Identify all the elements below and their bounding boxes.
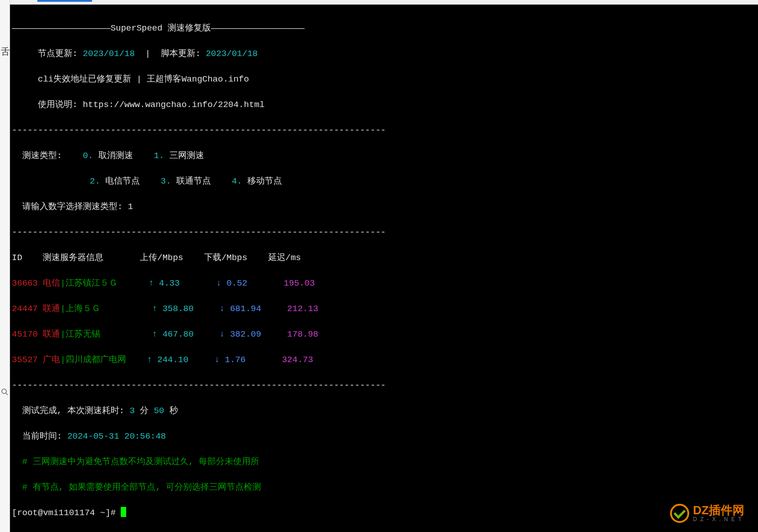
watermark-logo-icon (670, 504, 689, 523)
shell-prompt[interactable]: [root@vmi1101174 ~]# (10, 506, 758, 519)
table-row: 45170 联通|江苏无锡 ↑ 467.80 ↓ 382.09 178.98 (10, 328, 758, 341)
footer-time: 当前时间: 2024-05-31 20:56:48 (10, 430, 758, 443)
menu-line-1: 测速类型: 0. 取消测速 1. 三网测速 (10, 149, 758, 162)
divider-3: ----------------------------------------… (10, 379, 758, 392)
footer-note-2: # 有节点, 如果需要使用全部节点, 可分别选择三网节点检测 (10, 481, 758, 494)
header-update-line: 节点更新: 2023/01/18 | 脚本更新: 2023/01/18 (10, 47, 758, 60)
svg-line-1 (6, 393, 8, 395)
footer-complete: 测试完成, 本次测速耗时: 3 分 50 秒 (10, 404, 758, 417)
table-row: 24447 联通|上海５Ｇ ↑ 358.80 ↓ 681.94 212.13 (10, 302, 758, 315)
watermark-text: DZ插件网 (693, 504, 744, 516)
table-row: 35527 广电|四川成都广电网 ↑ 244.10 ↓ 1.76 324.73 (10, 353, 758, 366)
header-cli-line: cli失效地址已修复更新 | 王超博客WangChao.info (10, 73, 758, 86)
header-manual-line: 使用说明: https://www.wangchao.info/2204.htm… (10, 98, 758, 111)
top-bar (10, 0, 758, 5)
left-sidebar: 舌 (0, 0, 10, 532)
search-icon (1, 388, 8, 395)
watermark: DZ插件网 D Z - X . N E T (670, 504, 744, 523)
terminal-output[interactable]: ———————————————————SuperSpeed 测速修复版—————… (10, 5, 758, 532)
svg-point-0 (2, 389, 6, 394)
table-header: ID 测速服务器信息 上传/Mbps 下载/Mbps 延迟/ms (10, 251, 758, 264)
table-row: 36663 电信|江苏镇江５Ｇ ↑ 4.33 ↓ 0.52 195.03 (10, 277, 758, 290)
left-char: 舌 (1, 46, 10, 58)
menu-line-2: 2. 电信节点 3. 联通节点 4. 移动节点 (10, 175, 758, 188)
watermark-subtext: D Z - X . N E T (693, 516, 744, 522)
header-title-line: ———————————————————SuperSpeed 测速修复版—————… (10, 22, 758, 35)
active-tab-indicator (37, 0, 92, 2)
divider-2: ----------------------------------------… (10, 226, 758, 239)
menu-prompt-line: 请输入数字选择测速类型: 1 (10, 200, 758, 213)
footer-note-1: # 三网测速中为避免节点数不均及测试过久, 每部分未使用所 (10, 455, 758, 468)
cursor (121, 507, 126, 517)
divider-1: ----------------------------------------… (10, 124, 758, 137)
